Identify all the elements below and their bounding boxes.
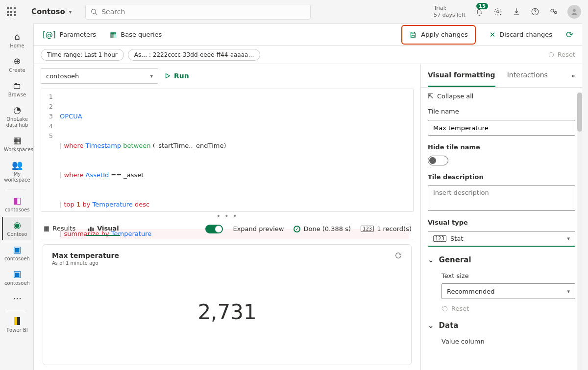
scrollbar-thumb[interactable] <box>577 92 582 132</box>
svg-line-1 <box>96 13 98 15</box>
section-general[interactable]: ⌄ General <box>428 255 575 264</box>
app-launcher-icon[interactable] <box>7 7 16 16</box>
nav-contoso[interactable]: ◉Contoso <box>2 217 31 240</box>
nav-contosoeh2[interactable]: ▣contosoeh <box>2 266 31 289</box>
tile-desc-input[interactable] <box>428 185 575 211</box>
settings-icon[interactable] <box>493 7 503 17</box>
tab-results[interactable]: ▦ Results <box>43 222 76 236</box>
time-range-chip[interactable]: Time range: Last 1 hour <box>41 49 124 61</box>
left-navigation: ⌂Home ⊕Create 🗀Browse ◔OneLake data hub … <box>0 23 33 370</box>
visual-type-label: Visual type <box>428 219 575 226</box>
svg-point-4 <box>535 13 535 14</box>
stat-value: 2,731 <box>52 266 402 358</box>
number-icon: 123 <box>361 226 374 232</box>
hide-tile-label: Hide tile name <box>428 143 575 151</box>
nav-onelake[interactable]: ◔OneLake data hub <box>2 102 31 131</box>
query-editor[interactable]: 12345 OPCUA | where Timestamp between (_… <box>41 89 414 212</box>
svg-point-2 <box>497 11 499 13</box>
asset-chip[interactable]: As… : 2222cccc-33dd-eeee-ff44-aaaaa… <box>128 49 261 61</box>
global-search[interactable] <box>85 4 311 20</box>
refresh-visual-icon[interactable] <box>394 252 402 259</box>
query-status: ✓ Done (0.388 s) <box>294 225 351 232</box>
svg-rect-8 <box>88 229 90 231</box>
tab-visual-formatting[interactable]: Visual formatting <box>428 64 495 87</box>
pane-splitter[interactable]: • • • <box>41 212 414 219</box>
visual-type-select[interactable]: 123 Stat ▾ <box>428 231 575 247</box>
user-avatar[interactable] <box>567 5 581 19</box>
nav-home[interactable]: ⌂Home <box>2 28 31 52</box>
stat-icon: 123 <box>433 235 446 242</box>
tab-visual[interactable]: Visual <box>86 222 120 236</box>
reset-filters-button[interactable]: Reset <box>548 51 575 58</box>
nav-powerbi[interactable]: Power BI <box>2 314 31 336</box>
visual-preview-card: Max temperature As of 1 minute ago 2,731 <box>43 244 412 365</box>
check-icon: ✓ <box>294 226 300 232</box>
chevron-down-icon: ▾ <box>69 9 72 15</box>
tile-desc-label: Tile description <box>428 173 575 181</box>
notifications-icon[interactable]: 15 <box>474 7 484 17</box>
tile-name-input[interactable] <box>428 120 575 136</box>
close-icon: ✕ <box>490 30 496 39</box>
text-size-select[interactable]: Recommended ▾ <box>441 283 575 299</box>
table-icon: ▦ <box>110 30 117 39</box>
trial-status: Trial: 57 days left <box>434 5 466 19</box>
text-size-label: Text size <box>441 272 575 279</box>
parameters-button[interactable]: [@] Parameters <box>43 30 96 39</box>
svg-rect-10 <box>93 228 94 231</box>
record-count: 123 1 record(s) <box>361 225 412 232</box>
help-icon[interactable] <box>530 7 540 17</box>
svg-rect-9 <box>90 227 92 231</box>
nav-workspaces[interactable]: ▦Workspaces <box>2 132 31 156</box>
chevron-down-icon: ▾ <box>567 235 570 242</box>
collapse-icon: ⇱ <box>428 92 433 100</box>
search-icon <box>91 8 98 15</box>
value-column-label: Value column <box>441 338 575 345</box>
section-data[interactable]: ⌄ Data <box>428 321 575 330</box>
workspace-switcher[interactable]: Contoso ▾ <box>31 7 72 16</box>
parameters-icon: [@] <box>43 30 56 39</box>
expand-preview-label: Expand preview <box>233 225 284 232</box>
nav-browse[interactable]: 🗀Browse <box>2 77 31 101</box>
svg-point-5 <box>551 9 554 12</box>
svg-point-7 <box>573 9 575 12</box>
formatting-panel: Visual formatting Interactions » ⇱ Colla… <box>420 64 582 370</box>
chevron-down-icon: ▾ <box>567 288 570 295</box>
nav-contosoeh1[interactable]: ▣contosoeh <box>2 241 31 265</box>
notification-badge: 15 <box>476 3 488 9</box>
grid-icon: ▦ <box>44 225 49 232</box>
collapse-all-button[interactable]: ⇱ Collapse all <box>428 92 575 100</box>
run-button[interactable]: Run <box>164 72 189 80</box>
powerbi-icon <box>14 317 20 325</box>
visual-subtitle: As of 1 minute ago <box>52 260 402 266</box>
hide-tile-toggle[interactable] <box>428 156 448 165</box>
nav-myworkspace[interactable]: 👥My workspace <box>2 157 31 186</box>
panel-more-icon[interactable]: » <box>571 72 575 79</box>
chevron-down-icon: ▾ <box>150 73 153 79</box>
save-icon <box>409 31 417 39</box>
datasource-select[interactable]: contosoeh ▾ <box>41 68 158 84</box>
nav-more[interactable]: ⋯ <box>2 290 31 308</box>
tab-interactions[interactable]: Interactions <box>507 64 548 87</box>
reset-general-button[interactable]: Reset <box>441 305 575 312</box>
feedback-icon[interactable] <box>549 7 559 17</box>
search-input[interactable] <box>101 8 305 16</box>
chevron-down-icon: ⌄ <box>428 255 434 264</box>
refresh-icon[interactable]: ⟳ <box>566 29 573 40</box>
apply-changes-button[interactable]: Apply changes <box>409 31 467 39</box>
svg-point-0 <box>92 9 96 14</box>
nav-contosoes[interactable]: ◧contosoes <box>2 192 31 216</box>
chevron-down-icon: ⌄ <box>428 321 434 330</box>
svg-point-6 <box>555 11 557 14</box>
visual-title: Max temperature <box>52 252 119 259</box>
discard-changes-button[interactable]: ✕ Discard changes <box>490 30 552 39</box>
scrollbar-track <box>577 92 582 370</box>
download-icon[interactable] <box>512 7 521 17</box>
tile-name-label: Tile name <box>428 108 575 115</box>
expand-preview-toggle[interactable] <box>205 225 223 233</box>
nav-create[interactable]: ⊕Create <box>2 53 31 76</box>
chart-icon <box>87 225 94 232</box>
workspace-name: Contoso <box>31 7 65 16</box>
line-gutter: 12345 <box>41 89 56 211</box>
base-queries-button[interactable]: ▦ Base queries <box>110 30 162 39</box>
